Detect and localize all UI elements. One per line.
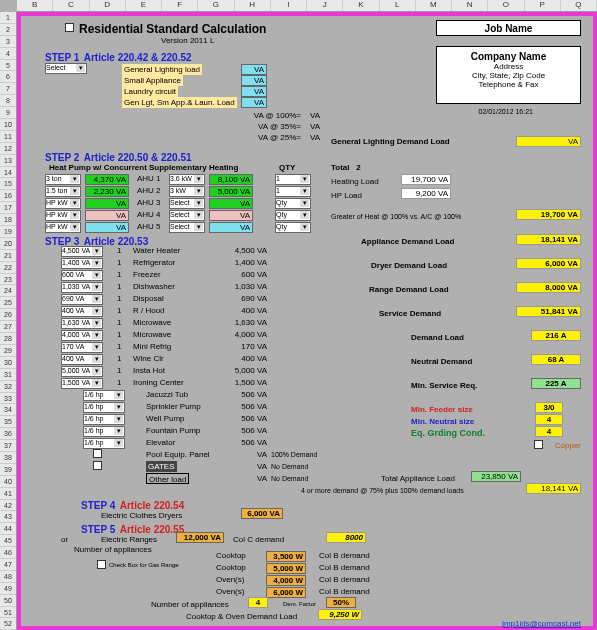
greater-val: 19,700 VA bbox=[516, 209, 581, 220]
df-lbl: Dem. Factor bbox=[283, 599, 316, 610]
gas-lbl: Check Box for Gas Range bbox=[109, 560, 179, 571]
dl-val: 216 A bbox=[531, 330, 581, 341]
mns-val: 4 bbox=[535, 414, 563, 425]
heat-lbl: Heating Load bbox=[331, 176, 379, 187]
tal-val: 23,850 VA bbox=[471, 471, 521, 482]
hp-val: 9,200 VA bbox=[401, 188, 451, 199]
note4-val: 18,141 VA bbox=[526, 483, 581, 494]
select[interactable]: Select bbox=[45, 63, 87, 74]
job-name-box[interactable]: Job Name bbox=[436, 20, 581, 36]
pool-val: VA bbox=[241, 449, 267, 460]
step2-sub: Heat Pump w/ Concurrent Supplementary He… bbox=[49, 162, 238, 173]
other-val: VA bbox=[241, 473, 267, 484]
pool-lbl: Pool Equip. Panel bbox=[146, 449, 210, 460]
rdl-lbl: Range Demand Load bbox=[369, 284, 449, 295]
numapp-val: 4 bbox=[248, 597, 268, 608]
gldl-label: General Lighting Demand Load bbox=[331, 136, 450, 147]
mns-lbl: Min. Neutral size bbox=[411, 416, 474, 427]
pool-note: 100% Demand bbox=[271, 449, 317, 460]
other-note: No Demand bbox=[271, 473, 308, 484]
checkbox[interactable] bbox=[93, 461, 102, 470]
note4: 4 or more demand @ 75% plus 100% demand … bbox=[301, 485, 464, 496]
gates-note: No Demand bbox=[271, 461, 308, 472]
gas-checkbox[interactable] bbox=[97, 560, 106, 569]
hp-lbl: HP Load bbox=[331, 190, 362, 201]
email-link[interactable]: jmp1ids@comcast.net bbox=[502, 618, 581, 629]
codl-val: 9,250 W bbox=[318, 609, 362, 620]
company-addr: Address bbox=[437, 62, 580, 71]
sd-val: 51,841 VA bbox=[516, 306, 581, 317]
egc-val: 4 bbox=[535, 426, 563, 437]
dl-lbl: Demand Load bbox=[411, 332, 464, 343]
gates-val: VA bbox=[241, 461, 267, 472]
company-csz: City, State, Zip Code bbox=[437, 71, 580, 80]
total-val: 2 bbox=[356, 163, 360, 172]
ddl-val: 6,000 VA bbox=[516, 258, 581, 269]
gldl-val: VA bbox=[516, 136, 581, 147]
company-name: Company Name bbox=[437, 51, 580, 62]
or-lbl: or bbox=[61, 534, 68, 545]
date: 02/01/2012 16:21 bbox=[479, 108, 534, 115]
msr-lbl: Min. Service Req. bbox=[411, 380, 477, 391]
egc-lbl: Eq. Grding Cond. bbox=[411, 428, 485, 439]
checkbox[interactable] bbox=[93, 449, 102, 458]
ddl-lbl: Dryer Demand Load bbox=[371, 260, 447, 271]
step1-art: Article 220.42 & 220.52 bbox=[84, 52, 192, 63]
heat-val: 19,700 VA bbox=[401, 174, 451, 185]
page: Residential Standard Calculation Version… bbox=[17, 12, 597, 630]
step5-val: 12,000 VA bbox=[176, 532, 224, 543]
spreadsheet: BCDEFGHIJKLMNOPQ 12345678910111213141516… bbox=[0, 0, 597, 630]
coc-val: 8000 bbox=[326, 532, 366, 543]
msr-val: 225 A bbox=[531, 378, 581, 389]
coc-lbl: Col C demand bbox=[233, 534, 284, 545]
adl-lbl: Appliance Demand Load bbox=[361, 236, 454, 247]
company-box: Company Name Address City, State, Zip Co… bbox=[436, 46, 581, 104]
num-lbl2: Number of appliances bbox=[74, 544, 152, 555]
step4-lbl: Electric Clothes Dryers bbox=[101, 510, 182, 521]
tal-lbl: Total Appliance Load bbox=[381, 473, 455, 484]
step1-hdr: STEP 1 bbox=[45, 52, 79, 63]
checkbox[interactable] bbox=[534, 440, 543, 449]
step4-val: 6,000 VA bbox=[241, 508, 283, 519]
gates-lbl: GATES bbox=[146, 461, 177, 472]
checkbox[interactable] bbox=[65, 23, 74, 32]
sd-lbl: Service Demand bbox=[379, 308, 441, 319]
codl-lbl: Cooktop & Oven Demand Load bbox=[186, 611, 297, 622]
nd-val: 68 A bbox=[531, 354, 581, 365]
numapp-lbl: Number of appliances bbox=[151, 599, 229, 610]
other-lbl[interactable]: Other load bbox=[146, 473, 189, 484]
total-lbl: Total bbox=[331, 163, 350, 172]
version: Version 2011 L bbox=[161, 36, 214, 45]
qty-hdr: QTY bbox=[279, 162, 295, 173]
column-headers: BCDEFGHIJKLMNOPQ bbox=[17, 0, 597, 12]
mfs-lbl: Min. Feeder size bbox=[411, 404, 473, 415]
company-tel: Telephone & Fax bbox=[437, 80, 580, 89]
rdl-val: 8,000 VA bbox=[516, 282, 581, 293]
greater-lbl: Greater of Heat @ 100% vs. A/C @ 100% bbox=[331, 211, 461, 222]
copper-lbl: Copper bbox=[555, 440, 581, 451]
adl-val: 18,141 VA bbox=[516, 234, 581, 245]
df-val: 50% bbox=[326, 597, 356, 608]
nd-lbl: Neutral Demand bbox=[411, 356, 472, 367]
row-headers: 1234567891011121314151617181920212223242… bbox=[0, 12, 17, 630]
mfs-val: 3/0 bbox=[535, 402, 563, 413]
page-title: Residential Standard Calculation bbox=[79, 22, 266, 36]
